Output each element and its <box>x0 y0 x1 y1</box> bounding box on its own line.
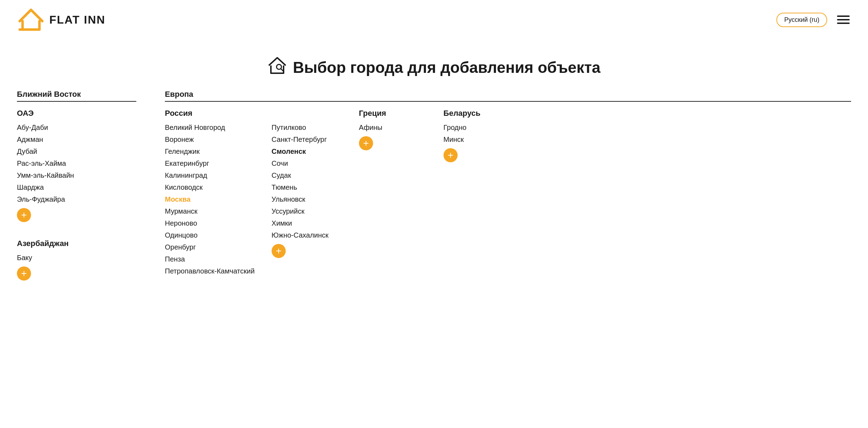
list-item[interactable]: Санкт-Петербург <box>272 133 342 145</box>
list-item[interactable]: Нероново <box>165 217 255 229</box>
belarus-city-list: Гродно Минск <box>444 121 500 145</box>
list-item[interactable]: Химки <box>272 217 342 229</box>
svg-line-2 <box>281 69 283 71</box>
list-item[interactable]: Смоленск <box>272 145 342 157</box>
list-item[interactable]: Петропавловск-Камчатский <box>165 265 255 277</box>
middle-east-region: Ближний Восток ОАЭ Абу-Даби Аджман Дубай… <box>17 90 151 292</box>
europe-section: Европа Россия Великий Новгород Воронеж Г… <box>165 90 851 277</box>
greece-city-list: Афины <box>359 121 415 133</box>
list-item[interactable]: Шарджа <box>17 181 74 193</box>
list-item[interactable]: Судак <box>272 169 342 181</box>
list-item[interactable]: Афины <box>359 121 415 133</box>
list-item[interactable]: Калининград <box>165 169 255 181</box>
list-item[interactable]: Умм-эль-Кайвайн <box>17 169 74 181</box>
list-item[interactable]: Абу-Даби <box>17 121 74 133</box>
russia-col-2: Путилково Санкт-Петербург Смоленск Сочи … <box>272 121 342 277</box>
page-title-text: Выбор города для добавления объекта <box>293 59 600 76</box>
page-title: Выбор города для добавления объекта <box>17 56 851 78</box>
list-item[interactable]: Аджман <box>17 133 74 145</box>
list-item[interactable]: Геленджик <box>165 145 255 157</box>
list-item[interactable]: Южно-Сахалинск <box>272 229 342 241</box>
language-selector[interactable]: Русский (ru) <box>776 13 827 27</box>
logo-area: FLAT INN <box>17 6 105 34</box>
country-greece: Греция Афины + <box>359 109 415 162</box>
list-item[interactable]: Ульяновск <box>272 193 342 205</box>
list-item[interactable]: Эль-Фуджайра <box>17 193 74 205</box>
content: Ближний Восток ОАЭ Абу-Даби Аджман Дубай… <box>0 90 868 309</box>
list-item[interactable]: Уссурийск <box>272 205 342 217</box>
hamburger-line-2 <box>837 19 850 20</box>
country-belarus: Беларусь Гродно Минск + <box>444 109 500 162</box>
house-key-icon <box>267 56 287 78</box>
russia-city-list-2: Путилково Санкт-Петербург Смоленск Сочи … <box>272 121 342 241</box>
list-item[interactable]: Путилково <box>272 121 342 133</box>
europe-title: Европа <box>165 90 851 102</box>
hamburger-line-3 <box>837 23 850 24</box>
country-azerbaijan: Азербайджан Баку + <box>17 239 73 281</box>
middle-east-section: Ближний Восток ОАЭ Абу-Даби Аджман Дубай… <box>17 90 136 281</box>
page-title-section: Выбор города для добавления объекта <box>0 39 868 90</box>
list-item[interactable]: Мурманск <box>165 205 255 217</box>
hamburger-menu[interactable] <box>836 14 851 25</box>
middle-east-countries: ОАЭ Абу-Даби Аджман Дубай Рас-эль-Хайма … <box>17 109 136 281</box>
azerbaijan-add-button[interactable]: + <box>17 266 31 281</box>
middle-east-title: Ближний Восток <box>17 90 136 102</box>
russia-name: Россия <box>165 109 342 118</box>
list-item[interactable]: Баку <box>17 252 73 264</box>
belarus-add-button[interactable]: + <box>444 148 458 162</box>
list-item[interactable]: Рас-эль-Хайма <box>17 157 74 169</box>
list-item[interactable]: Кисловодск <box>165 181 255 193</box>
azerbaijan-city-list: Баку <box>17 252 73 264</box>
list-item[interactable]: Великий Новгород <box>165 121 255 133</box>
list-item[interactable]: Воронеж <box>165 133 255 145</box>
hamburger-line-1 <box>837 15 850 17</box>
greece-belarus-row: Греция Афины + Беларусь Гродно <box>359 109 500 162</box>
list-item[interactable]: Тюмень <box>272 181 342 193</box>
country-russia: Россия Великий Новгород Воронеж Геленджи… <box>165 109 342 277</box>
header: FLAT INN Русский (ru) <box>0 0 868 39</box>
uae-city-list: Абу-Даби Аджман Дубай Рас-эль-Хайма Умм-… <box>17 121 74 205</box>
logo-text: FLAT INN <box>49 13 105 26</box>
list-item[interactable]: Одинцово <box>165 229 255 241</box>
europe-region: Европа Россия Великий Новгород Воронеж Г… <box>151 90 851 292</box>
russia-col-1: Великий Новгород Воронеж Геленджик Екате… <box>165 121 255 277</box>
list-item[interactable]: Сочи <box>272 157 342 169</box>
greece-add-button[interactable]: + <box>359 136 373 150</box>
list-item[interactable]: Оренбург <box>165 241 255 253</box>
russia-city-list-1: Великий Новгород Воронеж Геленджик Екате… <box>165 121 255 277</box>
russia-add-button[interactable]: + <box>272 244 286 258</box>
uae-add-button[interactable]: + <box>17 208 31 222</box>
list-item[interactable]: Москва <box>165 193 255 205</box>
greece-belarus-area: Греция Афины + Беларусь Гродно <box>359 109 500 277</box>
list-item[interactable]: Пенза <box>165 253 255 265</box>
header-right: Русский (ru) <box>776 13 851 27</box>
logo-icon <box>17 6 45 34</box>
list-item[interactable]: Минск <box>444 133 500 145</box>
azerbaijan-name: Азербайджан <box>17 239 73 248</box>
uae-name: ОАЭ <box>17 109 74 118</box>
greece-name: Греция <box>359 109 415 118</box>
belarus-name: Беларусь <box>444 109 500 118</box>
regions-container: Ближний Восток ОАЭ Абу-Даби Аджман Дубай… <box>17 90 851 292</box>
list-item[interactable]: Гродно <box>444 121 500 133</box>
russia-columns: Великий Новгород Воронеж Геленджик Екате… <box>165 121 342 277</box>
list-item[interactable]: Дубай <box>17 145 74 157</box>
list-item[interactable]: Екатеринбург <box>165 157 255 169</box>
country-uae: ОАЭ Абу-Даби Аджман Дубай Рас-эль-Хайма … <box>17 109 74 222</box>
